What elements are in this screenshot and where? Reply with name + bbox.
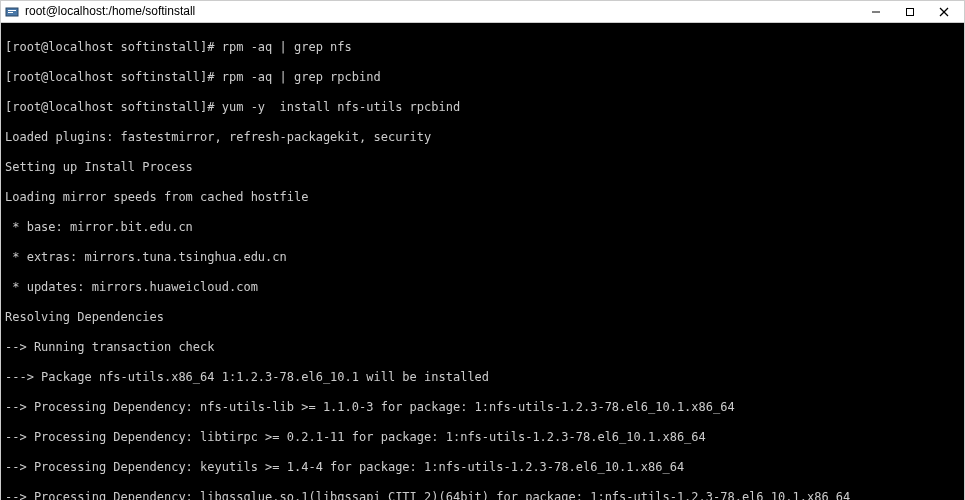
prompt-line-1: [root@localhost softinstall]# rpm -aq | …: [5, 40, 960, 55]
output-line: * base: mirror.bit.edu.cn: [5, 220, 960, 235]
terminal[interactable]: [root@localhost softinstall]# rpm -aq | …: [1, 23, 964, 500]
svg-rect-1: [8, 10, 16, 11]
output-line: --> Processing Dependency: libtirpc >= 0…: [5, 430, 960, 445]
minimize-button[interactable]: [866, 2, 886, 22]
svg-rect-4: [907, 8, 914, 15]
output-line: --> Processing Dependency: keyutils >= 1…: [5, 460, 960, 475]
output-line: --> Processing Dependency: nfs-utils-lib…: [5, 400, 960, 415]
prompt-line-3: [root@localhost softinstall]# yum -y ins…: [5, 100, 960, 115]
output-line: * updates: mirrors.huaweicloud.com: [5, 280, 960, 295]
output-line: --> Processing Dependency: libgssglue.so…: [5, 490, 960, 500]
putty-window: root@localhost:/home/softinstall [root@l…: [0, 0, 965, 500]
output-line: * extras: mirrors.tuna.tsinghua.edu.cn: [5, 250, 960, 265]
output-line: ---> Package nfs-utils.x86_64 1:1.2.3-78…: [5, 370, 960, 385]
output-line: Loading mirror speeds from cached hostfi…: [5, 190, 960, 205]
output-line: Loaded plugins: fastestmirror, refresh-p…: [5, 130, 960, 145]
output-line: Resolving Dependencies: [5, 310, 960, 325]
output-line: Setting up Install Process: [5, 160, 960, 175]
titlebar: root@localhost:/home/softinstall: [1, 1, 964, 23]
maximize-button[interactable]: [900, 2, 920, 22]
putty-icon: [5, 5, 19, 19]
close-button[interactable]: [934, 2, 954, 22]
prompt-line-2: [root@localhost softinstall]# rpm -aq | …: [5, 70, 960, 85]
output-line: --> Running transaction check: [5, 340, 960, 355]
window-title: root@localhost:/home/softinstall: [25, 4, 860, 19]
svg-rect-2: [8, 12, 13, 13]
